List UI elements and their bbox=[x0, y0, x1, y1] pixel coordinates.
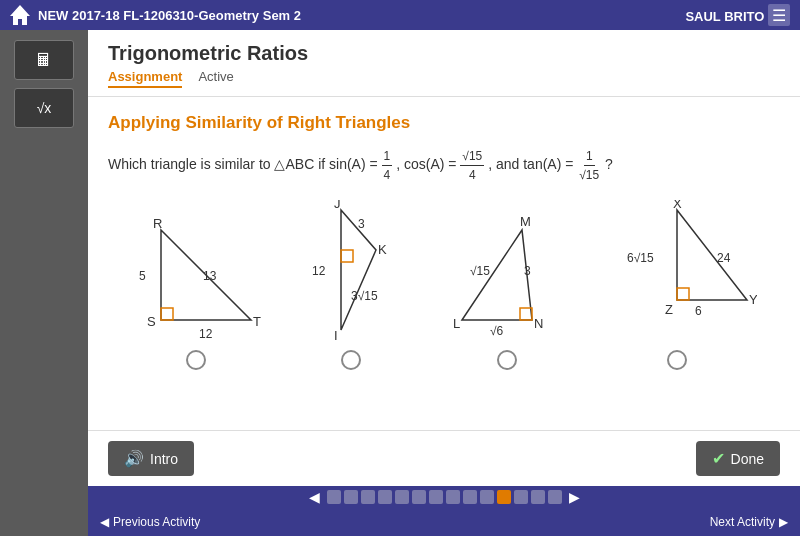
svg-text:13: 13 bbox=[203, 269, 217, 283]
question-end: ? bbox=[605, 156, 613, 172]
calculator-button[interactable]: 🖩 bbox=[14, 40, 74, 80]
triangle-option-4: X Y Z 6√15 24 6 bbox=[597, 200, 757, 370]
top-bar: NEW 2017-18 FL-1206310-Geometry Sem 2 SA… bbox=[0, 0, 800, 30]
svg-text:S: S bbox=[147, 314, 156, 329]
prev-activity-button[interactable]: ◀ Previous Activity bbox=[100, 515, 200, 529]
nav-dot-1[interactable] bbox=[327, 490, 341, 504]
home-icon[interactable] bbox=[10, 5, 30, 25]
svg-text:L: L bbox=[453, 316, 460, 331]
tan-fraction: 1 √15 bbox=[577, 147, 601, 184]
triangle-option-2: J K I 3 12 3√15 bbox=[286, 200, 416, 370]
title-area: Trigonometric Ratios Assignment Active bbox=[88, 30, 800, 97]
triangles-area: R S T 5 13 12 bbox=[108, 200, 780, 370]
svg-text:M: M bbox=[520, 214, 531, 229]
nav-dot-5[interactable] bbox=[395, 490, 409, 504]
next-label: Next Activity bbox=[710, 515, 775, 529]
nav-dot-4[interactable] bbox=[378, 490, 392, 504]
question-text-before: Which triangle is similar to △ABC if sin… bbox=[108, 156, 382, 172]
svg-text:12: 12 bbox=[199, 327, 213, 340]
tab-assignment[interactable]: Assignment bbox=[108, 69, 182, 88]
nav-left-arrow[interactable]: ◀ bbox=[305, 489, 324, 505]
svg-text:24: 24 bbox=[717, 251, 731, 265]
top-bar-left: NEW 2017-18 FL-1206310-Geometry Sem 2 bbox=[10, 5, 301, 25]
content-panel: Trigonometric Ratios Assignment Active A… bbox=[88, 30, 800, 536]
sin-fraction: 1 4 bbox=[382, 147, 393, 184]
radio-option-4[interactable] bbox=[667, 350, 687, 370]
course-title: NEW 2017-18 FL-1206310-Geometry Sem 2 bbox=[38, 8, 301, 23]
next-activity-button[interactable]: Next Activity ▶ bbox=[710, 515, 788, 529]
main-area: 🖩 √x Trigonometric Ratios Assignment Act… bbox=[0, 30, 800, 536]
nav-dot-9[interactable] bbox=[463, 490, 477, 504]
svg-text:3: 3 bbox=[524, 264, 531, 278]
page-title: Trigonometric Ratios bbox=[108, 42, 780, 65]
prev-label: Previous Activity bbox=[113, 515, 200, 529]
triangle-rst-svg: R S T 5 13 12 bbox=[131, 200, 261, 340]
svg-rect-25 bbox=[677, 288, 689, 300]
tools-button[interactable]: √x bbox=[14, 88, 74, 128]
radio-option-2[interactable] bbox=[341, 350, 361, 370]
nav-dot-6[interactable] bbox=[412, 490, 426, 504]
speaker-icon: 🔊 bbox=[124, 449, 144, 468]
sidebar: 🖩 √x bbox=[0, 30, 88, 536]
nav-dot-14[interactable] bbox=[548, 490, 562, 504]
bottom-strip: ◀ Previous Activity Next Activity ▶ bbox=[88, 508, 800, 536]
checkmark-icon: ✔ bbox=[712, 449, 725, 468]
nav-dot-8[interactable] bbox=[446, 490, 460, 504]
prev-arrow-icon: ◀ bbox=[100, 515, 109, 529]
svg-text:Y: Y bbox=[749, 292, 757, 307]
svg-rect-9 bbox=[341, 250, 353, 262]
radio-option-3[interactable] bbox=[497, 350, 517, 370]
menu-button[interactable]: ☰ bbox=[768, 4, 790, 26]
svg-text:√6: √6 bbox=[490, 324, 504, 338]
done-button[interactable]: ✔ Done bbox=[696, 441, 780, 476]
svg-text:√15: √15 bbox=[470, 264, 490, 278]
nav-strip: ◀ ▶ bbox=[88, 486, 800, 508]
nav-dot-11[interactable] bbox=[497, 490, 511, 504]
user-name: SAUL BRITO ☰ bbox=[685, 4, 790, 26]
svg-text:K: K bbox=[378, 242, 387, 257]
bottom-bar: 🔊 Intro ✔ Done bbox=[88, 430, 800, 486]
intro-label: Intro bbox=[150, 451, 178, 467]
svg-text:6√15: 6√15 bbox=[627, 251, 654, 265]
svg-text:I: I bbox=[334, 328, 338, 340]
nav-dot-2[interactable] bbox=[344, 490, 358, 504]
svg-text:6: 6 bbox=[695, 304, 702, 318]
svg-text:3: 3 bbox=[358, 217, 365, 231]
svg-text:3√15: 3√15 bbox=[351, 289, 378, 303]
cos-fraction: √15 4 bbox=[460, 147, 484, 184]
svg-rect-1 bbox=[161, 308, 173, 320]
nav-dot-7[interactable] bbox=[429, 490, 443, 504]
question-text: Which triangle is similar to △ABC if sin… bbox=[108, 147, 780, 184]
cos-text: , cos(A) = bbox=[396, 156, 460, 172]
intro-button[interactable]: 🔊 Intro bbox=[108, 441, 194, 476]
svg-text:R: R bbox=[153, 216, 162, 231]
title-tabs: Assignment Active bbox=[108, 69, 780, 88]
triangle-jki-svg: J K I 3 12 3√15 bbox=[286, 200, 416, 340]
nav-dot-3[interactable] bbox=[361, 490, 375, 504]
question-panel: Applying Similarity of Right Triangles W… bbox=[88, 97, 800, 430]
nav-right-arrow[interactable]: ▶ bbox=[565, 489, 584, 505]
radio-option-1[interactable] bbox=[186, 350, 206, 370]
triangle-option-1: R S T 5 13 12 bbox=[131, 200, 261, 370]
svg-text:Z: Z bbox=[665, 302, 673, 317]
triangle-option-3: L M N √15 3 √6 bbox=[442, 210, 572, 370]
nav-dot-13[interactable] bbox=[531, 490, 545, 504]
nav-dot-10[interactable] bbox=[480, 490, 494, 504]
triangle-lmn-svg: L M N √15 3 √6 bbox=[442, 210, 572, 340]
svg-text:X: X bbox=[673, 200, 682, 211]
nav-dot-12[interactable] bbox=[514, 490, 528, 504]
done-label: Done bbox=[731, 451, 764, 467]
svg-text:N: N bbox=[534, 316, 543, 331]
svg-text:12: 12 bbox=[312, 264, 326, 278]
svg-marker-24 bbox=[677, 210, 747, 300]
svg-text:T: T bbox=[253, 314, 261, 329]
svg-text:5: 5 bbox=[139, 269, 146, 283]
next-arrow-icon: ▶ bbox=[779, 515, 788, 529]
question-heading: Applying Similarity of Right Triangles bbox=[108, 113, 780, 133]
tan-text: , and tan(A) = bbox=[488, 156, 577, 172]
tab-active[interactable]: Active bbox=[198, 69, 233, 88]
triangle-xyz-svg: X Y Z 6√15 24 6 bbox=[597, 200, 757, 340]
svg-text:J: J bbox=[334, 200, 341, 211]
